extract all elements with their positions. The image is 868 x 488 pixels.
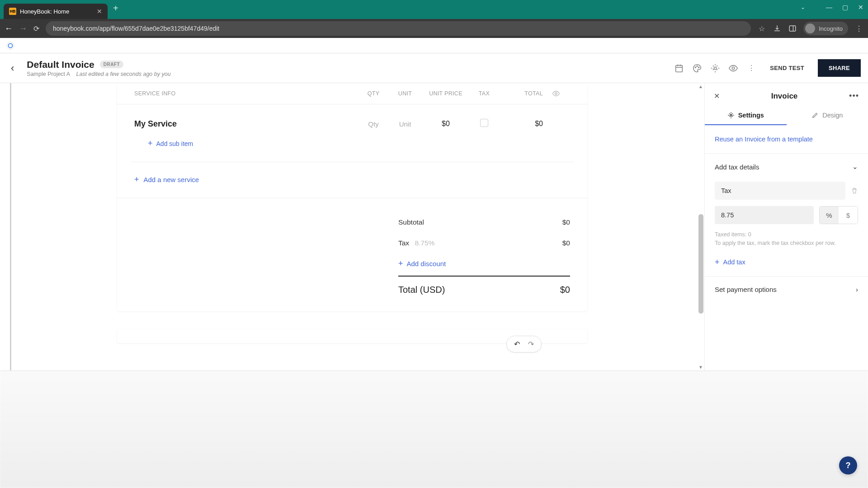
gear-icon[interactable] <box>710 63 720 73</box>
service-qty-input[interactable]: Qty <box>358 120 389 128</box>
right-panel: ✕ Invoice ••• Settings Design Reuse an I… <box>704 83 868 371</box>
menu-icon[interactable]: ⋮ <box>854 24 863 33</box>
total-label: Total (USD) <box>398 285 445 295</box>
main-area: SERVICE INFO QTY UNIT UNIT PRICE TAX TOT… <box>0 83 868 371</box>
google-icon[interactable] <box>5 41 15 51</box>
service-tax-checkbox[interactable] <box>471 119 498 129</box>
svg-rect-0 <box>789 26 796 31</box>
subtotal-label: Subtotal <box>398 218 424 226</box>
browser-toolbar: ← → ⟳ honeybook.com/app/flow/655d7dae0e2… <box>0 19 868 38</box>
col-qty: QTY <box>358 90 389 97</box>
bookmark-star-icon[interactable]: ☆ <box>757 24 766 33</box>
window-controls: ⌄ — ▢ ✕ <box>801 4 863 11</box>
chevron-down-icon[interactable]: ⌄ <box>801 4 805 10</box>
reuse-template-link[interactable]: Reuse an Invoice from a template <box>715 136 813 143</box>
scroll-up-icon[interactable]: ▲ <box>698 84 703 89</box>
help-bubble[interactable]: ? <box>839 456 857 474</box>
svg-point-11 <box>732 67 735 70</box>
minimize-icon[interactable]: — <box>826 4 832 11</box>
scroll-down-icon[interactable]: ▼ <box>698 365 703 370</box>
calendar-icon[interactable] <box>674 63 684 73</box>
incognito-label: Incognito <box>819 25 843 32</box>
send-test-button[interactable]: SEND TEST <box>764 65 810 71</box>
scroll-thumb[interactable] <box>698 214 703 314</box>
panel-more-icon[interactable]: ••• <box>849 91 859 101</box>
svg-point-8 <box>697 66 698 66</box>
document-title[interactable]: Default Invoice <box>27 59 94 70</box>
svg-point-9 <box>698 67 699 68</box>
favicon: HB <box>9 8 16 15</box>
tax-value-input[interactable] <box>715 206 814 224</box>
eye-icon[interactable] <box>728 63 738 73</box>
reload-icon[interactable]: ⟳ <box>33 24 39 33</box>
window-close-icon[interactable]: ✕ <box>858 4 863 11</box>
palette-icon[interactable] <box>692 63 702 73</box>
back-arrow-icon[interactable]: ‹ <box>11 62 14 74</box>
service-unit-input[interactable]: Unit <box>389 120 421 128</box>
service-name[interactable]: My Service <box>134 119 358 129</box>
redo-icon[interactable]: ↷ <box>528 340 534 348</box>
plus-icon: + <box>148 139 153 148</box>
new-tab-button[interactable]: + <box>108 3 124 14</box>
incognito-badge[interactable]: Incognito <box>803 22 848 35</box>
invoice-card: SERVICE INFO QTY UNIT UNIT PRICE TAX TOT… <box>117 83 587 311</box>
trash-icon[interactable] <box>851 187 858 194</box>
app-header: ‹ Default Invoice DRAFT Sample Project A… <box>0 53 868 83</box>
tax-label-input[interactable] <box>715 182 845 200</box>
add-sub-item-button[interactable]: + Add sub item <box>131 134 574 162</box>
undo-icon[interactable]: ↶ <box>514 340 520 348</box>
service-row[interactable]: My Service Qty Unit $0 $0 <box>117 104 587 134</box>
chevron-right-icon: › <box>856 286 858 293</box>
visibility-icon[interactable] <box>552 89 570 98</box>
svg-rect-3 <box>676 65 683 72</box>
scrollbar[interactable]: ▲ ▼ <box>697 83 704 371</box>
dollar-button[interactable]: $ <box>839 206 858 224</box>
add-new-service-button[interactable]: + Add a new service <box>117 162 587 198</box>
svg-point-13 <box>730 114 732 116</box>
subtotal-row: Subtotal $0 <box>398 212 570 233</box>
more-icon[interactable]: ⋮ <box>746 63 756 73</box>
svg-point-12 <box>555 93 557 95</box>
add-discount-button[interactable]: + Add discount <box>398 253 570 274</box>
plus-icon: + <box>398 259 403 268</box>
panel-icon[interactable] <box>788 24 797 33</box>
table-header: SERVICE INFO QTY UNIT UNIT PRICE TAX TOT… <box>117 83 587 104</box>
tax-row: Tax 8.75% $0 <box>398 233 570 253</box>
gear-icon <box>727 112 735 119</box>
col-unit-price: UNIT PRICE <box>421 90 471 97</box>
tab-title: HoneyBook: Home <box>20 8 69 15</box>
total-value: $0 <box>560 285 570 295</box>
add-tax-button[interactable]: + Add tax <box>715 258 858 267</box>
close-icon[interactable]: ✕ <box>97 8 102 15</box>
download-icon[interactable] <box>773 24 782 33</box>
grand-total-row: Total (USD) $0 <box>398 276 570 295</box>
subtotal-value: $0 <box>562 218 570 226</box>
tax-details-toggle[interactable]: Add tax details ⌄ <box>715 163 858 171</box>
browser-tab[interactable]: HB HoneyBook: Home ✕ <box>4 4 108 19</box>
panel-close-icon[interactable]: ✕ <box>714 92 720 100</box>
svg-point-2 <box>7 42 14 49</box>
tab-design[interactable]: Design <box>787 106 868 125</box>
share-button[interactable]: SHARE <box>818 59 861 77</box>
tax-label: Tax <box>398 239 409 247</box>
canvas: SERVICE INFO QTY UNIT UNIT PRICE TAX TOT… <box>0 83 704 371</box>
plus-icon: + <box>715 258 720 267</box>
title-block: Default Invoice DRAFT Sample Project A L… <box>27 59 170 77</box>
back-icon[interactable]: ← <box>5 24 13 33</box>
col-tax: TAX <box>471 90 498 97</box>
tax-rate: 8.75% <box>415 239 434 247</box>
tab-settings[interactable]: Settings <box>705 106 787 125</box>
forward-icon[interactable]: → <box>19 24 27 33</box>
totals-section: Subtotal $0 Tax 8.75% $0 + Add discount <box>117 198 587 311</box>
tax-unit-toggle: % $ <box>819 206 858 224</box>
service-total: $0 <box>498 120 552 128</box>
percent-button[interactable]: % <box>820 206 839 224</box>
address-bar[interactable]: honeybook.com/app/flow/655d7dae0e2be3125… <box>46 21 751 36</box>
payment-options-row[interactable]: Set payment options › <box>715 286 858 293</box>
browser-tab-strip: HB HoneyBook: Home ✕ + ⌄ — ▢ ✕ <box>0 0 868 19</box>
project-name[interactable]: Sample Project A <box>27 71 70 77</box>
service-price[interactable]: $0 <box>421 120 471 128</box>
maximize-icon[interactable]: ▢ <box>842 4 848 11</box>
plus-icon: + <box>134 175 139 184</box>
pencil-icon <box>811 112 819 119</box>
